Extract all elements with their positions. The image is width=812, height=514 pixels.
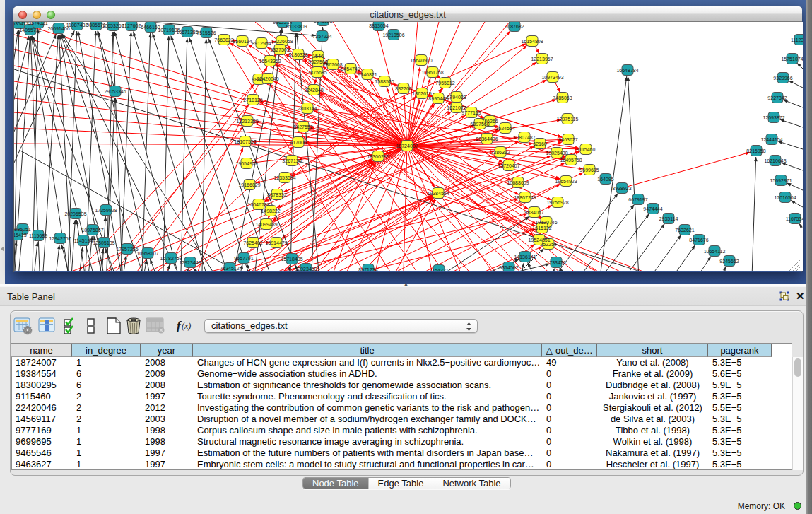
svg-text:1115689: 1115689 — [29, 233, 47, 238]
svg-text:2718126: 2718126 — [243, 98, 262, 103]
svg-text:2087682: 2087682 — [505, 24, 524, 29]
svg-text:1498222: 1498222 — [261, 209, 280, 214]
svg-text:16154808: 16154808 — [521, 39, 543, 44]
svg-text:8660124: 8660124 — [233, 39, 252, 44]
svg-text:1167534: 1167534 — [786, 216, 803, 221]
svg-text:12923468: 12923468 — [295, 267, 317, 271]
svg-text:7632621: 7632621 — [675, 228, 694, 233]
svg-text:12923448: 12923448 — [179, 260, 201, 265]
svg-text:10688609: 10688609 — [507, 180, 529, 185]
svg-text:16210643: 16210643 — [764, 158, 786, 163]
svg-text:10975867: 10975867 — [81, 228, 103, 233]
svg-text:19218506: 19218506 — [382, 33, 404, 37]
svg-text:1112345: 1112345 — [791, 37, 803, 42]
svg-text:1362615: 1362615 — [412, 91, 431, 96]
svg-text:15692971: 15692971 — [770, 178, 792, 183]
svg-text:15751074: 15751074 — [781, 57, 803, 62]
svg-text:10025438: 10025438 — [546, 151, 567, 156]
svg-text:12213389: 12213389 — [236, 119, 258, 124]
svg-text:16033809: 16033809 — [285, 24, 307, 29]
svg-text:12353594: 12353594 — [273, 175, 295, 180]
svg-text:16914479: 16914479 — [265, 240, 287, 245]
svg-text:417006: 417006 — [290, 140, 306, 145]
svg-text:8454749: 8454749 — [341, 66, 360, 71]
svg-text:10653267: 10653267 — [102, 23, 124, 28]
svg-text:1615132: 1615132 — [532, 226, 551, 230]
svg-text:16543362: 16543362 — [259, 59, 281, 64]
svg-text:29053346: 29053346 — [104, 89, 126, 94]
svg-text:7663822: 7663822 — [214, 37, 233, 42]
svg-text:3915413: 3915413 — [14, 233, 27, 238]
svg-text:8035473: 8035473 — [14, 22, 29, 26]
svg-text:9314562: 9314562 — [499, 265, 518, 270]
svg-text:19166829: 19166829 — [238, 182, 260, 187]
svg-text:18807249: 18807249 — [514, 195, 536, 200]
svg-text:16640910: 16640910 — [410, 58, 432, 63]
svg-text:9777169: 9777169 — [461, 110, 481, 115]
svg-text:12505135: 12505135 — [93, 240, 114, 245]
svg-text:15718485: 15718485 — [281, 257, 302, 262]
svg-text:12213967: 12213967 — [531, 57, 553, 62]
svg-text:7515526: 7515526 — [196, 30, 216, 35]
svg-text:14099489: 14099489 — [255, 222, 277, 227]
svg-text:9227342: 9227342 — [767, 95, 787, 100]
svg-text:2935114: 2935114 — [659, 216, 678, 221]
svg-text:9115460: 9115460 — [577, 147, 596, 152]
svg-text:9699695: 9699695 — [579, 168, 599, 173]
svg-text:8427552: 8427552 — [293, 124, 312, 129]
svg-text:10120746: 10120746 — [535, 220, 557, 225]
svg-text:8671234: 8671234 — [358, 267, 377, 272]
svg-text:12942757: 12942757 — [49, 236, 71, 241]
svg-text:7955812: 7955812 — [435, 81, 454, 86]
svg-text:252254: 252254 — [540, 242, 556, 247]
svg-text:9463627: 9463627 — [558, 137, 577, 142]
svg-text:3875685: 3875685 — [307, 70, 326, 75]
svg-text:8878332: 8878332 — [267, 192, 286, 197]
svg-text:16671385: 16671385 — [176, 30, 198, 35]
svg-text:10046788: 10046788 — [247, 202, 269, 207]
svg-text:3624554: 3624554 — [495, 126, 514, 131]
svg-text:9674321: 9674321 — [28, 22, 47, 25]
svg-text:1733426: 1733426 — [546, 260, 565, 265]
svg-text:1546: 1546 — [312, 54, 324, 59]
svg-text:8186328: 8186328 — [288, 52, 307, 57]
svg-text:17016504: 17016504 — [774, 195, 796, 200]
svg-text:8813054: 8813054 — [369, 23, 388, 28]
svg-text:16495758: 16495758 — [560, 158, 582, 163]
svg-text:6897568: 6897568 — [470, 122, 489, 127]
svg-text:7357224: 7357224 — [312, 34, 331, 39]
svg-text:14055712: 14055712 — [19, 28, 41, 33]
svg-text:10807487: 10807487 — [513, 135, 535, 140]
svg-text:16648784: 16648784 — [616, 68, 638, 73]
svg-text:14136141: 14136141 — [514, 255, 536, 259]
svg-text:3267130: 3267130 — [282, 158, 301, 163]
svg-text:7485063: 7485063 — [553, 95, 572, 100]
svg-text:62160: 62160 — [533, 141, 547, 146]
svg-text:9657791: 9657791 — [234, 256, 253, 261]
svg-text:8841123: 8841123 — [314, 22, 333, 23]
svg-text:12975115: 12975115 — [557, 117, 579, 122]
svg-text:8471676: 8471676 — [689, 238, 708, 243]
svg-text:8938923: 8938923 — [612, 186, 631, 191]
svg-text:1145194: 1145194 — [74, 238, 93, 243]
svg-text:6794028: 6794028 — [447, 95, 466, 100]
svg-text:832203: 832203 — [395, 86, 411, 91]
svg-text:20364436: 20364436 — [476, 136, 498, 141]
svg-text:18300295: 18300295 — [367, 154, 389, 159]
svg-text:7625402: 7625402 — [243, 240, 262, 245]
svg-text:164095: 164095 — [597, 177, 613, 182]
svg-text:7634512: 7634512 — [220, 266, 239, 271]
svg-text:1127602: 1127602 — [122, 23, 141, 28]
svg-text:11087432: 11087432 — [66, 23, 88, 28]
svg-text:2803144: 2803144 — [298, 106, 317, 111]
svg-text:9884067: 9884067 — [524, 210, 543, 215]
svg-text:8215958: 8215958 — [746, 148, 765, 153]
svg-text:7386322: 7386322 — [490, 150, 510, 155]
svg-text:9146821: 9146821 — [358, 72, 377, 77]
svg-text:9474444: 9474444 — [643, 206, 662, 211]
svg-text:(x): (x) — [182, 321, 191, 331]
svg-text:19384554: 19384554 — [427, 191, 449, 196]
svg-text:17957255: 17957255 — [116, 247, 138, 252]
svg-text:18724007: 18724007 — [396, 144, 418, 148]
svg-text:7154321: 7154321 — [429, 268, 448, 272]
